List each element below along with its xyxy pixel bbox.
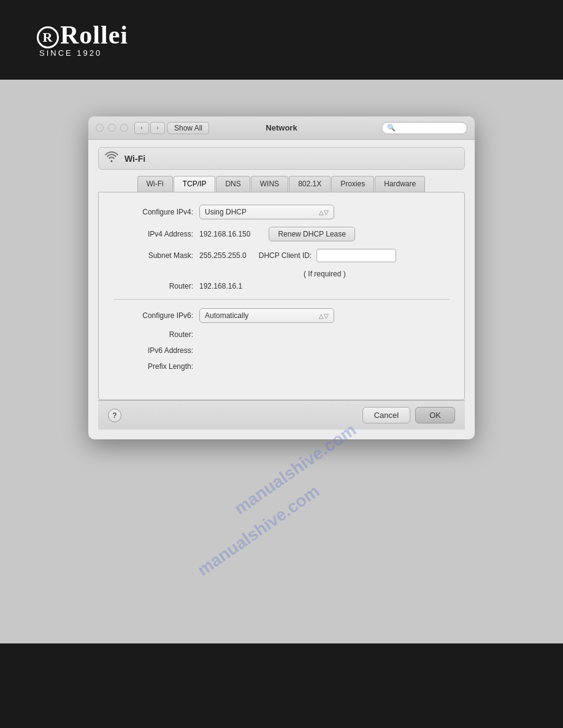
tab-wifi[interactable]: Wi-Fi xyxy=(137,176,173,192)
dhcp-client-label: DHCP Client ID: xyxy=(259,251,312,260)
nav-arrows: ‹ › xyxy=(134,122,165,134)
router-row: Router: 192.168.16.1 xyxy=(113,282,450,290)
rollei-logo: RRollei xyxy=(37,22,128,48)
ipv4-address-row: IPv4 Address: 192.168.16.150 Renew DHCP … xyxy=(113,227,450,241)
subnet-mask-value: 255.255.255.0 xyxy=(199,251,247,260)
show-all-button[interactable]: Show All xyxy=(167,122,209,134)
window-wrapper: manualshive.com manualshive.com ‹ › Show… xyxy=(88,116,475,439)
panel: Configure IPv4: Using DHCP △▽ IPv4 Addre… xyxy=(98,192,465,400)
main-content: manualshive.com manualshive.com ‹ › Show… xyxy=(0,80,563,643)
nav-forward-button[interactable]: › xyxy=(150,122,165,134)
title-bar: ‹ › Show All Network 🔍 xyxy=(88,116,475,140)
minimize-button[interactable] xyxy=(108,124,116,132)
tab-wins[interactable]: WINS xyxy=(251,176,288,192)
tab-8021x[interactable]: 802.1X xyxy=(289,176,331,192)
tabs-container: Wi-Fi TCP/IP DNS WINS 802.1X Proxies Har… xyxy=(98,176,465,192)
ipv6-address-label: IPv6 Address: xyxy=(113,346,193,355)
logo-since: since 1920 xyxy=(39,48,102,58)
renew-dhcp-button[interactable]: Renew DHCP Lease xyxy=(269,227,355,241)
header-bar: RRollei since 1920 xyxy=(0,0,563,80)
wifi-header: Wi-Fi xyxy=(98,147,465,170)
tab-dns[interactable]: DNS xyxy=(216,176,250,192)
configure-ipv4-select[interactable]: Using DHCP △▽ xyxy=(199,205,334,219)
close-button[interactable] xyxy=(96,124,104,132)
mac-window: ‹ › Show All Network 🔍 xyxy=(88,116,475,439)
configure-ipv6-label: Configure IPv6: xyxy=(113,311,193,320)
router-label: Router: xyxy=(113,282,193,290)
ipv6-router-label: Router: xyxy=(113,330,193,339)
tab-tcpip[interactable]: TCP/IP xyxy=(174,176,216,192)
prefix-length-label: Prefix Length: xyxy=(113,362,193,371)
ipv4-address-label: IPv4 Address: xyxy=(113,230,193,238)
wifi-icon xyxy=(105,151,118,165)
cancel-button[interactable]: Cancel xyxy=(362,407,410,423)
select-arrow-icon: △▽ xyxy=(319,209,329,216)
subnet-mask-row: Subnet Mask: 255.255.255.0 DHCP Client I… xyxy=(113,249,450,262)
configure-ipv6-select[interactable]: Automatically △▽ xyxy=(199,308,334,323)
search-icon: 🔍 xyxy=(387,124,396,132)
dhcp-client-input[interactable] xyxy=(316,249,396,262)
router-value: 192.168.16.1 xyxy=(199,282,242,290)
ok-button[interactable]: OK xyxy=(415,407,455,423)
configure-ipv4-label: Configure IPv4: xyxy=(113,208,193,216)
prefix-length-row: Prefix Length: xyxy=(113,362,450,371)
logo-container: RRollei since 1920 xyxy=(37,22,128,58)
ipv4-address-value: 192.168.16.150 xyxy=(199,230,250,238)
maximize-button[interactable] xyxy=(120,124,128,132)
search-bar[interactable]: 🔍 xyxy=(381,122,467,134)
window-body: Wi-Fi Wi-Fi TCP/IP DNS WINS 802.1X Proxi… xyxy=(88,140,475,439)
dhcp-client-section: DHCP Client ID: xyxy=(259,249,396,262)
ipv6-router-row: Router: xyxy=(113,330,450,339)
subnet-mask-label: Subnet Mask: xyxy=(113,251,193,260)
action-buttons: Cancel OK xyxy=(362,407,455,423)
window-title: Network xyxy=(266,123,297,132)
nav-back-button[interactable]: ‹ xyxy=(134,122,149,134)
configure-ipv4-row: Configure IPv4: Using DHCP △▽ xyxy=(113,205,450,219)
help-button[interactable]: ? xyxy=(108,409,121,422)
ipv6-address-row: IPv6 Address: xyxy=(113,346,450,355)
tab-hardware[interactable]: Hardware xyxy=(375,176,425,192)
traffic-lights xyxy=(96,124,128,132)
if-required-row: ( If required ) xyxy=(113,270,450,278)
wifi-label: Wi-Fi xyxy=(124,154,145,164)
watermark-2: manualshive.com xyxy=(194,482,323,580)
if-required-text: ( If required ) xyxy=(304,270,346,278)
configure-ipv6-row: Configure IPv6: Automatically △▽ xyxy=(113,308,450,323)
bottom-action-bar: ? Cancel OK xyxy=(98,400,465,430)
select-arrow-ipv6-icon: △▽ xyxy=(319,313,329,319)
bottom-bar xyxy=(0,643,563,728)
separator xyxy=(113,299,450,300)
r-icon: R xyxy=(37,26,59,48)
tab-proxies[interactable]: Proxies xyxy=(331,176,374,192)
